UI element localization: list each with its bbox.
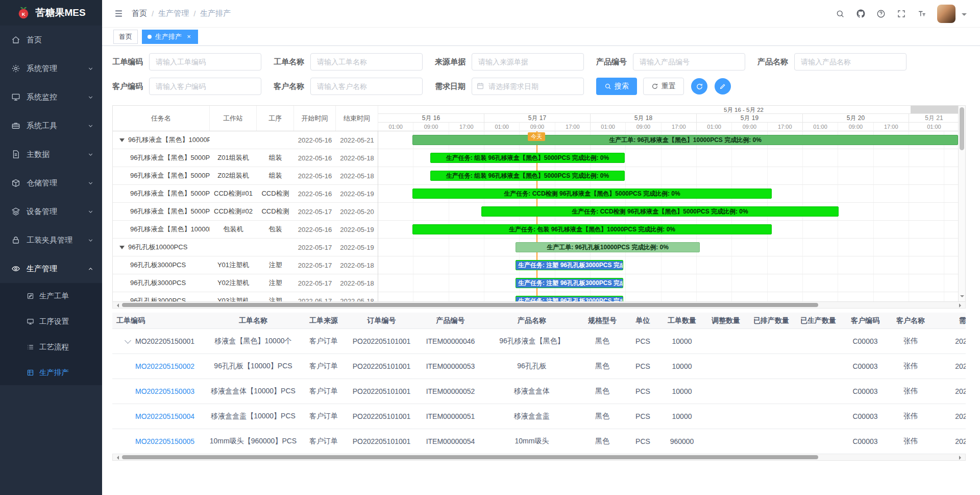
font-size-icon[interactable] — [914, 6, 930, 22]
table-horizontal-scrollbar[interactable] — [112, 454, 966, 461]
fullscreen-icon[interactable] — [893, 6, 910, 22]
tab-scheduling[interactable]: 生产排产 — [142, 30, 198, 44]
expand-chevron-icon[interactable] — [125, 337, 131, 344]
customer-code-input[interactable] — [149, 78, 261, 95]
home-icon — [11, 35, 20, 44]
breadcrumb-home[interactable]: 首页 — [132, 9, 147, 18]
order-code-link[interactable]: MO202205150002 — [135, 362, 194, 370]
chevron-up-icon — [87, 266, 94, 272]
breadcrumb-production[interactable]: 生产管理 — [158, 9, 189, 18]
order-row[interactable]: MO202205150001 移液盒【黑色】10000个 客户订单 PO2022… — [112, 329, 966, 354]
gantt-timeline-row: 生产任务: 注塑 96孔孔板3000PCS 完成比例: 0% — [378, 274, 958, 292]
gantt-grid-row[interactable]: 96孔孔板3000PCS Y03注塑机 注塑 2022-05-17 2022-0… — [113, 292, 378, 301]
scroll-left-arrow-icon[interactable] — [115, 456, 119, 460]
filter-product-name: 产品名称 — [757, 53, 906, 70]
collapse-triangle-icon[interactable] — [119, 138, 125, 142]
sidebar-item-warehouse[interactable]: 仓储管理 — [0, 169, 102, 197]
gantt-horizontal-scrollbar[interactable] — [112, 302, 966, 309]
gantt-grid-row[interactable]: 96孔移液盒【黑色】5000PCS Z02组装机 组装 2022-05-16 2… — [113, 167, 378, 185]
demand-date-input[interactable] — [472, 78, 584, 95]
sidebar-collapse-icon[interactable] — [109, 5, 128, 23]
gantt-bar-task[interactable]: 生产任务: 组装 96孔移液盒【黑色】5000PCS 完成比例: 0% — [430, 153, 625, 163]
help-icon[interactable] — [873, 6, 889, 22]
gantt-timeline-body: 今天 生产工单: 96孔移液盒【黑色】10000PCS 完成比例: 0% 生产任… — [378, 131, 958, 301]
gantt-bar-task[interactable]: 生产任务: 组装 96孔移液盒【黑色】5000PCS 完成比例: 0% — [430, 171, 625, 181]
gantt-grid-row[interactable]: 96孔移液盒【黑色】10000PCS 包装机 包装 2022-05-16 202… — [113, 221, 378, 239]
gantt-grid-row[interactable]: 96孔移液盒【黑色】5000PCS CCD检测#02 CCD检测 2022-05… — [113, 203, 378, 221]
gantt-bar-task[interactable]: 生产任务: CCD检测 96孔移液盒【黑色】5000PCS 完成比例: 0% — [412, 188, 772, 199]
work-order-code-input[interactable] — [149, 53, 261, 70]
scrollbar-thumb[interactable] — [122, 455, 818, 459]
gantt-grid-row[interactable]: 96孔孔板3000PCS Y01注塑机 注塑 2022-05-17 2022-0… — [113, 256, 378, 274]
chevron-down-icon — [87, 180, 94, 186]
sidebar-item-fixtures[interactable]: 工装夹具管理 — [0, 226, 102, 254]
submenu-item-process-setting[interactable]: 工序设置 — [0, 309, 102, 334]
scroll-left-arrow-icon[interactable] — [115, 303, 119, 308]
gantt-bar-workorder[interactable]: 生产工单: 96孔孔板10000PCS 完成比例: 0% — [516, 242, 700, 252]
gantt-bar-task-selected[interactable]: 生产任务: 注塑 96孔孔板3000PCS 完成比例: 0% — [516, 296, 623, 301]
edit-schedule-button[interactable] — [715, 78, 731, 95]
filter-row-1: 工单编码 工单名称 来源单据 产品编号 产品名称 — [112, 53, 966, 70]
gantt-chart: 任务名 工作站 工序 开始时间 结束时间 96孔移液盒【黑色】10000PCS … — [112, 105, 966, 302]
submenu-item-scheduling[interactable]: 生产排产 — [0, 360, 102, 385]
submenu-item-process-flow[interactable]: 工艺流程 — [0, 334, 102, 360]
gantt-grid-row[interactable]: 96孔孔板10000PCS 2022-05-17 2022-05-19 — [113, 239, 378, 256]
order-code[interactable]: MO202205150001 — [135, 337, 194, 345]
source-doc-input[interactable] — [472, 53, 584, 70]
work-order-name-input[interactable] — [310, 53, 423, 70]
app-logo[interactable]: K 苦糖果MES — [0, 0, 102, 26]
sidebar-item-equipment[interactable]: 设备管理 — [0, 197, 102, 226]
order-row[interactable]: MO202205150003 移液盒盒体【10000】PCS 客户订单 PO20… — [112, 379, 966, 404]
filter-work-order-code: 工单编码 — [112, 53, 261, 70]
logo-fruit-icon: K — [16, 6, 31, 20]
sidebar-item-system-mgmt[interactable]: 系统管理 — [0, 54, 102, 83]
github-icon[interactable] — [852, 6, 869, 22]
gantt-vertical-scrollbar[interactable] — [958, 106, 965, 301]
gantt-bar-task-selected[interactable]: 生产任务: 注塑 96孔孔板3000PCS 完成比例: 0% — [516, 260, 623, 270]
chevron-down-icon — [87, 208, 94, 215]
gantt-bar-workorder[interactable]: 生产工单: 96孔移液盒【黑色】10000PCS 完成比例: 0% — [412, 135, 958, 145]
breadcrumb-separator — [152, 9, 154, 18]
customer-name-input[interactable] — [310, 78, 423, 95]
caret-down-icon[interactable] — [962, 13, 967, 18]
order-code-link[interactable]: MO202205150003 — [135, 387, 194, 395]
user-avatar[interactable] — [937, 5, 955, 23]
product-code-input[interactable] — [633, 53, 745, 70]
scrollbar-thumb[interactable] — [122, 303, 818, 307]
sidebar-item-master-data[interactable]: 主数据 — [0, 140, 102, 169]
scroll-right-arrow-icon[interactable] — [959, 456, 963, 460]
scrollbar-thumb[interactable] — [960, 107, 964, 150]
gantt-bar-task[interactable]: 生产任务: CCD检测 96孔移液盒【黑色】5000PCS 完成比例: 0% — [481, 206, 839, 217]
gantt-grid-row[interactable]: 96孔移液盒【黑色】5000PCS Z01组装机 组装 2022-05-16 2… — [113, 149, 378, 167]
sidebar-item-system-monitor[interactable]: 系统监控 — [0, 83, 102, 111]
search-button[interactable]: 搜索 — [596, 78, 637, 95]
sidebar-item-home[interactable]: 首页 — [0, 26, 102, 54]
tags-view: 首页 生产排产 — [102, 28, 980, 46]
refresh-gantt-button[interactable] — [691, 78, 707, 95]
order-row[interactable]: MO202205150004 移液盒盒盖【10000】PCS 客户订单 PO20… — [112, 404, 966, 429]
reset-button[interactable]: 重置 — [643, 78, 684, 95]
gantt-grid-row[interactable]: 96孔孔板3000PCS Y02注塑机 注塑 2022-05-17 2022-0… — [113, 274, 378, 292]
order-row[interactable]: MO202205150005 10mm吸头【960000】PCS 客户订单 PO… — [112, 429, 966, 454]
sync-icon — [696, 83, 703, 90]
scroll-right-arrow-icon[interactable] — [959, 303, 963, 308]
order-code-link[interactable]: MO202205150004 — [135, 412, 194, 420]
breadcrumb-separator — [193, 9, 195, 18]
submenu-item-work-order[interactable]: 生产工单 — [0, 283, 102, 309]
close-icon[interactable] — [185, 33, 192, 40]
page-content: 工单编码 工单名称 来源单据 产品编号 产品名称 — [102, 46, 980, 495]
order-code-link[interactable]: MO202205150005 — [135, 437, 194, 445]
svg-text:K: K — [22, 12, 26, 17]
gantt-bar-task[interactable]: 生产任务: 包装 96孔移液盒【黑色】10000PCS 完成比例: 0% — [412, 224, 772, 234]
tab-home[interactable]: 首页 — [113, 30, 138, 44]
search-icon[interactable] — [832, 6, 848, 22]
order-row[interactable]: MO202205150002 96孔孔板【10000】PCS 客户订单 PO20… — [112, 354, 966, 379]
sidebar-item-production[interactable]: 生产管理 — [0, 254, 102, 283]
sidebar-item-system-tools[interactable]: 系统工具 — [0, 111, 102, 140]
product-name-input[interactable] — [794, 53, 906, 70]
gantt-bar-task-selected[interactable]: 生产任务: 注塑 96孔孔板3000PCS 完成比例: 0% — [516, 278, 623, 288]
gantt-grid-row[interactable]: 96孔移液盒【黑色】10000PCS 2022-05-16 2022-05-21 — [113, 131, 378, 149]
scroll-down-arrow-icon[interactable] — [960, 295, 964, 299]
gantt-grid-row[interactable]: 96孔移液盒【黑色】5000PCS CCD检测#01 CCD检测 2022-05… — [113, 185, 378, 203]
collapse-triangle-icon[interactable] — [119, 246, 125, 249]
